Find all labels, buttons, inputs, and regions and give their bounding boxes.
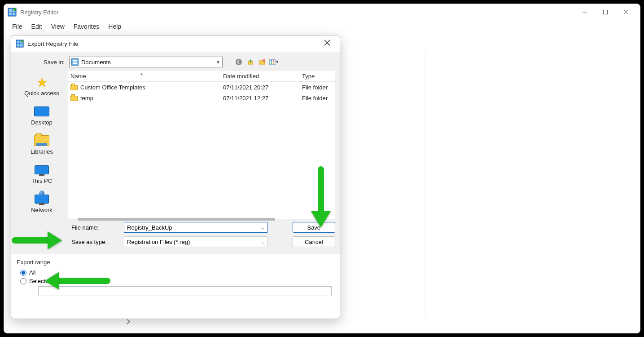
minimize-button[interactable] bbox=[574, 5, 595, 19]
cancel-button[interactable]: Cancel bbox=[293, 236, 335, 247]
save-as-type-combo[interactable]: Registration Files (*.reg) ⌄ bbox=[124, 236, 267, 247]
libraries-icon bbox=[33, 134, 50, 147]
dialog-titlebar: Export Registry File bbox=[11, 35, 340, 52]
svg-rect-21 bbox=[271, 60, 272, 62]
close-button[interactable] bbox=[616, 5, 636, 19]
place-label: Libraries bbox=[31, 148, 53, 155]
dialog-title: Export Registry File bbox=[27, 40, 320, 47]
svg-rect-7 bbox=[604, 10, 608, 14]
menu-file[interactable]: File bbox=[9, 21, 26, 32]
file-list-header: Name▲ Date modified Type bbox=[68, 71, 335, 82]
annotation-arrow-filename bbox=[12, 231, 62, 249]
svg-rect-4 bbox=[13, 13, 15, 15]
svg-rect-3 bbox=[9, 13, 12, 15]
svg-point-5 bbox=[13, 8, 16, 11]
column-date[interactable]: Date modified bbox=[220, 73, 299, 80]
chevron-down-icon[interactable]: ⌄ bbox=[261, 225, 264, 230]
folder-icon bbox=[70, 96, 78, 101]
svg-point-15 bbox=[21, 40, 23, 42]
svg-rect-24 bbox=[273, 62, 274, 64]
menubar: File Edit View Favorites Help bbox=[4, 20, 640, 35]
save-in-combo[interactable]: Documents ▼ bbox=[69, 57, 223, 67]
up-one-level-icon[interactable] bbox=[246, 58, 255, 67]
desktop-icon bbox=[33, 105, 50, 118]
svg-rect-22 bbox=[273, 60, 274, 62]
column-name[interactable]: Name▲ bbox=[68, 73, 220, 80]
save-in-label: Save in: bbox=[44, 59, 65, 66]
places-bar: ★ Quick access Desktop Libraries This PC bbox=[16, 71, 68, 219]
folder-icon bbox=[70, 85, 78, 90]
svg-point-18 bbox=[236, 59, 242, 65]
place-quick-access[interactable]: ★ Quick access bbox=[16, 74, 68, 98]
save-as-type-label: Save as type: bbox=[71, 239, 118, 245]
sort-indicator-icon: ▲ bbox=[140, 71, 144, 76]
file-name-input[interactable]: ⌄ bbox=[124, 222, 267, 233]
radio-icon bbox=[20, 278, 26, 284]
place-label: Quick access bbox=[24, 90, 59, 97]
svg-rect-23 bbox=[271, 62, 272, 64]
radio-icon bbox=[20, 270, 26, 276]
menu-help[interactable]: Help bbox=[105, 21, 125, 32]
maximize-button[interactable] bbox=[595, 5, 616, 19]
place-network[interactable]: Network bbox=[16, 191, 68, 215]
dialog-close-button[interactable] bbox=[320, 40, 334, 48]
annotation-arrow-save bbox=[311, 166, 331, 227]
view-menu-icon[interactable] bbox=[269, 58, 278, 67]
export-range-title: Export range bbox=[17, 259, 334, 266]
list-item[interactable]: Custom Office Templates 07/11/2021 20:27… bbox=[68, 82, 335, 93]
documents-icon bbox=[71, 58, 79, 66]
place-label: This PC bbox=[31, 177, 52, 184]
window-title: Registry Editor bbox=[20, 9, 574, 16]
horizontal-scrollbar[interactable] bbox=[78, 218, 275, 221]
regedit-icon bbox=[8, 8, 17, 17]
place-label: Desktop bbox=[31, 119, 53, 126]
svg-rect-13 bbox=[17, 44, 19, 46]
file-name-field[interactable] bbox=[127, 224, 261, 231]
network-icon bbox=[33, 192, 50, 206]
chevron-down-icon: ▼ bbox=[216, 60, 220, 65]
svg-rect-14 bbox=[20, 44, 22, 46]
annotation-arrow-all bbox=[45, 272, 110, 290]
new-folder-icon[interactable] bbox=[258, 58, 267, 67]
pane-separator[interactable] bbox=[425, 49, 425, 319]
this-pc-icon bbox=[33, 163, 50, 177]
svg-rect-11 bbox=[17, 41, 19, 43]
menu-edit[interactable]: Edit bbox=[28, 21, 46, 32]
tree-expand-icon[interactable] bbox=[125, 319, 133, 327]
place-libraries[interactable]: Libraries bbox=[16, 132, 68, 157]
column-type[interactable]: Type bbox=[299, 73, 335, 80]
menu-view[interactable]: View bbox=[48, 21, 68, 32]
back-icon[interactable] bbox=[234, 58, 243, 67]
menu-favorites[interactable]: Favorites bbox=[70, 21, 103, 32]
titlebar: Registry Editor bbox=[4, 4, 640, 20]
list-item[interactable]: temp 07/11/2021 12:27 File folder bbox=[68, 93, 335, 103]
file-list[interactable]: Name▲ Date modified Type Custom Office T… bbox=[68, 71, 335, 219]
star-icon: ★ bbox=[33, 75, 50, 89]
svg-rect-1 bbox=[9, 9, 12, 12]
chevron-down-icon[interactable]: ⌄ bbox=[261, 239, 264, 244]
regedit-icon bbox=[16, 40, 24, 48]
svg-rect-20 bbox=[270, 59, 275, 65]
file-name-label: File name: bbox=[71, 224, 118, 231]
save-in-value: Documents bbox=[81, 59, 216, 66]
place-desktop[interactable]: Desktop bbox=[16, 103, 68, 128]
place-label: Network bbox=[31, 207, 53, 213]
place-this-pc[interactable]: This PC bbox=[16, 161, 68, 186]
